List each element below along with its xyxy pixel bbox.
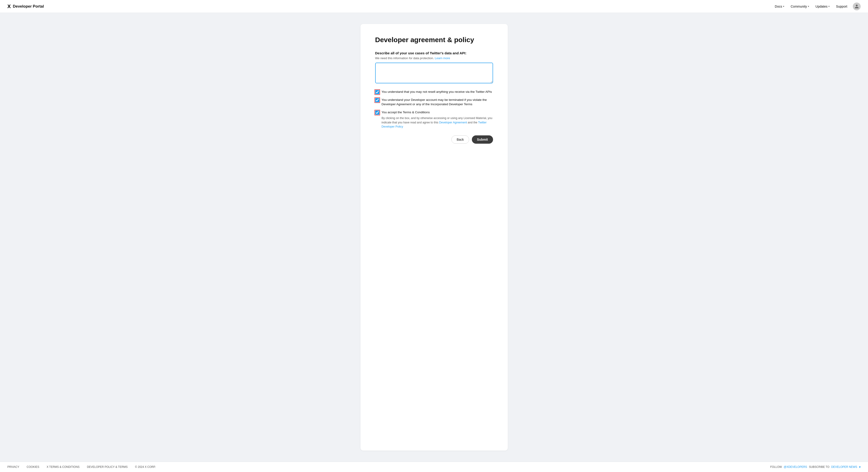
learn-more-link[interactable]: Learn more xyxy=(435,56,450,60)
follow-prefix: FOLLOW xyxy=(770,465,782,469)
checkbox-group: You understand that you may not resell a… xyxy=(375,90,493,129)
nav-updates[interactable]: Updates ▾ xyxy=(813,3,832,10)
checkbox-resell[interactable] xyxy=(375,90,379,94)
section-sub: We need this information for data protec… xyxy=(375,56,493,60)
footer-dev-policy[interactable]: DEVELOPER POLICY & TERMS xyxy=(87,465,128,469)
page-title: Developer agreement & policy xyxy=(375,36,493,44)
nav-support[interactable]: Support xyxy=(833,3,850,10)
main-card: Developer agreement & policy Describe al… xyxy=(361,24,508,450)
footer-cookies[interactable]: COOKIES xyxy=(27,465,39,469)
checkbox-terminated[interactable] xyxy=(375,98,379,102)
nav-docs[interactable]: Docs ▾ xyxy=(772,3,787,10)
avatar-icon xyxy=(855,4,859,9)
section-label: Describe all of your use cases of Twitte… xyxy=(375,51,493,55)
nav-links: Docs ▾ Community ▾ Updates ▾ Support xyxy=(772,3,861,10)
follow-xdevelopers-link[interactable]: @XDEVELOPERS xyxy=(784,465,807,469)
checkbox-terminated-label: You understand your Developer account ma… xyxy=(382,98,493,107)
terms-note: By clicking on the box, and by otherwise… xyxy=(382,116,493,129)
checkbox-terms-group: You accept the Terms & Conditions By cli… xyxy=(375,110,493,129)
checkbox-item-terminated: You understand your Developer account ma… xyxy=(375,98,493,107)
footer-x-terms[interactable]: X TERMS & CONDITIONS xyxy=(46,465,80,469)
use-case-section: Describe all of your use cases of Twitte… xyxy=(375,51,493,90)
checkbox-item-resell: You understand that you may not resell a… xyxy=(375,90,493,94)
footer-copyright: © 2024 X CORP. xyxy=(135,465,156,469)
checkbox-item-terms: You accept the Terms & Conditions xyxy=(375,110,493,115)
checkbox-terms[interactable] xyxy=(375,111,379,115)
checkbox-terms-label: You accept the Terms & Conditions xyxy=(382,110,430,115)
footer-privacy[interactable]: PRIVACY xyxy=(7,465,19,469)
subscribe-dev-news-link[interactable]: DEVELOPER NEWS xyxy=(831,465,857,469)
nav-community[interactable]: Community ▾ xyxy=(788,3,812,10)
checkbox-resell-label: You understand that you may not resell a… xyxy=(382,90,492,94)
footer: PRIVACY COOKIES X TERMS & CONDITIONS DEV… xyxy=(0,462,868,472)
submit-button[interactable]: Submit xyxy=(472,136,493,144)
x-logo-icon: X xyxy=(7,3,10,9)
footer-right: FOLLOW @XDEVELOPERS SUBSCRIBE TO DEVELOP… xyxy=(770,465,861,469)
use-case-textarea[interactable] xyxy=(375,63,493,83)
user-avatar[interactable] xyxy=(853,3,861,10)
updates-chevron-icon: ▾ xyxy=(829,5,830,8)
developer-agreement-link[interactable]: Developer Agreement xyxy=(439,121,467,124)
docs-chevron-icon: ▾ xyxy=(783,5,784,8)
form-actions: Back Submit xyxy=(375,136,493,144)
community-chevron-icon: ▾ xyxy=(808,5,809,8)
back-button[interactable]: Back xyxy=(452,136,469,144)
portal-name: Developer Portal xyxy=(13,4,44,9)
brand-logo[interactable]: X Developer Portal xyxy=(7,3,44,9)
footer-chevron-icon[interactable]: ▾ xyxy=(859,465,861,469)
subscribe-prefix: SUBSCRIBE TO xyxy=(809,465,829,469)
